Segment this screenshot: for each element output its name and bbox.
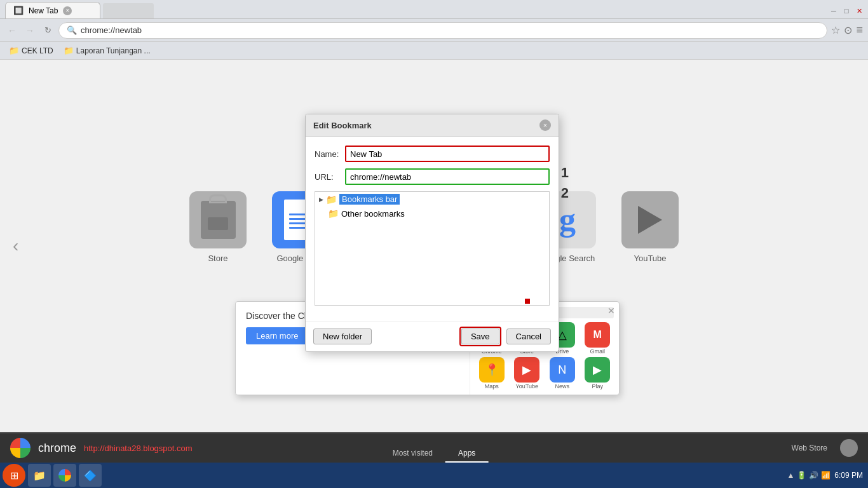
minimize-button[interactable]: ─ (829, 6, 839, 16)
mini-news-label: News (555, 383, 569, 390)
dialog-footer: New folder Save Cancel (306, 321, 559, 351)
youtube-icon (621, 191, 679, 248)
mini-app-play: ▶ Play (581, 357, 614, 390)
tree-item-other-bookmarks[interactable]: 📁 Other bookmarks (315, 207, 549, 220)
other-bookmarks-folder-icon: 📁 (328, 208, 339, 219)
name-input[interactable]: New Tab (345, 146, 550, 162)
forward-button[interactable]: → (23, 24, 37, 37)
other-bookmarks-label: Other bookmarks (341, 209, 405, 219)
chrome-text-label: chrome (38, 442, 76, 455)
bookmarks-bar: 📁 CEK LTD 📁 Laporan Tunjangan ... (0, 42, 868, 60)
url-label: URL: (315, 172, 340, 182)
maximize-button[interactable]: □ (841, 6, 851, 16)
dialog-header: Edit Bookmark × (306, 114, 559, 137)
taskbar-right: ▲ 🔋 🔊 📶 6:09 PM (787, 471, 865, 480)
chrome-user-avatar (840, 439, 858, 457)
tree-item-bookmarks-bar: ▶ 📁 Bookmarks bar (315, 192, 549, 207)
blog-link[interactable]: http://dhinata28.blogspot.com (84, 444, 193, 453)
url-row: URL: 2 (315, 168, 550, 185)
dialog-title: Edit Bookmark (313, 121, 372, 130)
close-button[interactable]: ✕ (854, 6, 864, 16)
red-indicator (525, 299, 530, 304)
time-display: 6:09 PM (834, 471, 863, 480)
mini-youtube-label: YouTube (516, 383, 538, 390)
reload-button[interactable]: ↻ (41, 24, 55, 37)
address-input[interactable]: chrome://newtab (81, 25, 819, 35)
mini-news-icon: N (550, 357, 575, 383)
bookmarks-bar-label[interactable]: Bookmarks bar (339, 194, 400, 205)
store-label: Store (208, 254, 227, 263)
browser-tab[interactable]: 🔲 New Tab × (5, 2, 100, 18)
web-store-button[interactable]: Web Store (792, 444, 827, 452)
edit-bookmark-dialog: Edit Bookmark × Name: New Tab 1 URL: 2 (305, 114, 559, 352)
bag-shape (201, 201, 236, 239)
taskbar-folder-button[interactable]: 📁 (28, 464, 51, 487)
nav-bar: ← → ↻ 🔍 chrome://newtab ☆ ⊙ ≡ (0, 19, 868, 42)
back-button[interactable]: ← (5, 24, 19, 37)
tree-arrow: ▶ (319, 196, 323, 203)
bag-handle (209, 194, 227, 203)
address-bar[interactable]: 🔍 chrome://newtab (58, 22, 827, 39)
start-button[interactable]: ⊞ (3, 464, 25, 487)
main-content: ‹ Store (0, 60, 868, 432)
signal-icon: 📶 (821, 471, 831, 480)
bookmark-tree: ▶ 📁 Bookmarks bar 📁 Other bookmarks (315, 191, 550, 306)
dialog-body: Name: New Tab 1 URL: 2 ▶ 📁 Boo (306, 137, 559, 321)
name-label: Name: (315, 149, 340, 159)
mini-youtube-icon: ▶ (514, 357, 539, 383)
window-controls: ─ □ ✕ (829, 6, 868, 18)
sys-icons: ▲ 🔋 🔊 📶 (787, 471, 831, 480)
tab-close-button[interactable]: × (63, 6, 72, 15)
bookmark-label-2: Laporan Tunjangan ... (76, 46, 151, 55)
browser-frame: 🔲 New Tab × ─ □ ✕ ← → ↻ 🔍 chrome://newta… (0, 0, 868, 488)
mini-play-icon: ▶ (585, 357, 610, 383)
left-nav-arrow[interactable]: ‹ (13, 236, 18, 256)
youtube-label: YouTube (634, 254, 666, 263)
taskbar-extra-button[interactable]: 🔷 (79, 464, 102, 487)
learn-more-button[interactable]: Learn more (246, 327, 308, 344)
folder-icon-2: 📁 (64, 46, 74, 55)
taskbar-chrome-button[interactable] (53, 464, 76, 487)
folder-icon: 📁 (9, 46, 19, 55)
tab-title: New Tab (29, 6, 58, 15)
step-1-annotation: 1 (561, 165, 569, 181)
mini-app-maps: 📍 Maps (475, 357, 508, 390)
bookmark-label: CEK LTD (22, 46, 53, 55)
taskbar: ⊞ 📁 🔷 ▲ 🔋 🔊 📶 6:09 PM (0, 463, 868, 488)
cancel-button[interactable]: Cancel (506, 329, 551, 344)
mini-app-news: N News (546, 357, 579, 390)
mini-maps-label: Maps (485, 383, 499, 390)
bookmark-star-icon[interactable]: ☆ (831, 24, 840, 36)
bookmarks-bar-folder-icon: 📁 (326, 194, 337, 205)
battery-icon: 🔋 (797, 471, 806, 480)
chrome-logo-bottom (10, 438, 31, 458)
browser-bottom-bar: chrome http://dhinata28.blogspot.com Mos… (0, 432, 868, 463)
g-letter: g (559, 201, 576, 238)
hamburger-menu-icon[interactable]: ≡ (856, 24, 863, 37)
tab-most-visited[interactable]: Most visited (380, 445, 445, 463)
bookmark-laporan[interactable]: 📁 Laporan Tunjangan ... (60, 44, 154, 57)
play-triangle (638, 206, 662, 234)
app-store[interactable]: Store (189, 191, 247, 263)
app-youtube[interactable]: YouTube (621, 191, 679, 263)
tab-apps[interactable]: Apps (445, 445, 488, 463)
url-input[interactable] (345, 168, 550, 185)
volume-icon: 🔊 (809, 471, 818, 480)
mini-app-gmail: M Gmail (581, 322, 614, 355)
dialog-close-button[interactable]: × (539, 119, 551, 131)
store-icon (189, 191, 247, 248)
title-bar: 🔲 New Tab × ─ □ ✕ (0, 0, 868, 19)
save-button[interactable]: Save (461, 329, 499, 344)
mini-maps-icon: 📍 (479, 357, 505, 383)
new-folder-button[interactable]: New folder (313, 329, 372, 344)
save-button-wrapper: Save (459, 327, 501, 346)
mini-app-youtube-mini: ▶ YouTube (511, 357, 544, 390)
network-icon: ▲ (787, 471, 794, 480)
bookmark-cek-ltd[interactable]: 📁 CEK LTD (5, 44, 57, 57)
mini-play-label: Play (592, 383, 603, 390)
step-2-annotation: 2 (561, 185, 569, 201)
chrome-menu-icon[interactable]: ⊙ (844, 24, 852, 36)
mini-gmail-icon: M (585, 322, 610, 348)
mini-gmail-label: Gmail (590, 348, 605, 355)
notification-close-button[interactable]: ✕ (607, 306, 615, 316)
